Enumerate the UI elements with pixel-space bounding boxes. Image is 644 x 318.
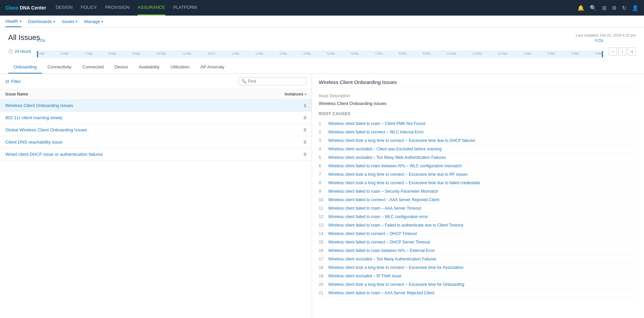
timeline-tick: 10/22 bbox=[208, 52, 215, 55]
settings-icon[interactable]: ⚙ bbox=[612, 5, 617, 11]
timeline-tick: 9:00p bbox=[133, 52, 140, 55]
root-cause-text[interactable]: Wireless client failed to connect – DHCP… bbox=[328, 231, 417, 236]
timeline-tick: 2:00p bbox=[547, 52, 555, 55]
root-cause-text[interactable]: Wireless client failed to roam between A… bbox=[328, 164, 462, 168]
cisco-label: Cisco bbox=[5, 5, 18, 10]
root-cause-text[interactable]: Wireless client excluded – Too Many Auth… bbox=[328, 257, 436, 261]
root-cause-number: 19 bbox=[319, 274, 326, 278]
root-causes-list: 1Wireless client failed to roam – Client… bbox=[319, 120, 637, 297]
page-title: All Issues bbox=[8, 33, 40, 42]
root-cause-text[interactable]: Wireless client failed to connect – WLC … bbox=[328, 130, 424, 134]
timeline-tick: 4:00a bbox=[303, 52, 311, 55]
table-row[interactable]: Wireless Client Onboarding Issues1 bbox=[0, 100, 312, 112]
find-input[interactable] bbox=[248, 79, 302, 84]
tab-utilization[interactable]: Utilization bbox=[165, 61, 195, 73]
nav-assurance[interactable]: ASSURANCE bbox=[138, 0, 165, 16]
time-range-label[interactable]: 🕐 24 Hours bbox=[8, 49, 31, 54]
root-cause-text[interactable]: Wireless client failed to roam – Failed … bbox=[328, 223, 463, 228]
table-row[interactable]: Global Wireless Client Onboarding Issues… bbox=[0, 124, 312, 136]
manage-chevron-icon: ▾ bbox=[101, 20, 103, 23]
timeline-tick: 4:00p bbox=[595, 52, 603, 55]
health-chevron-icon: ▾ bbox=[20, 19, 21, 23]
timeline-bar[interactable]: 5:00p6:00p7:00p8:00p9:00p10:00p11:00p10/… bbox=[37, 51, 603, 58]
timeline-forward-button[interactable]: › bbox=[618, 47, 626, 56]
root-cause-text[interactable]: Wireless client failed to roam – WLC con… bbox=[328, 214, 428, 219]
issue-name-cell: Wireless Client Onboarding Issues bbox=[0, 100, 240, 112]
issues-panel: ⊟ Filter 🔍 Issue Name Instances ▾ Wirele… bbox=[0, 74, 312, 318]
issue-name-cell: Global Wireless Client Onboarding Issues bbox=[0, 124, 240, 136]
issue-name-link[interactable]: Global Wireless Client Onboarding Issues bbox=[5, 127, 87, 132]
table-row[interactable]: 802.11r client roaming slowly0 bbox=[0, 112, 312, 124]
find-input-wrapper[interactable]: 🔍 bbox=[238, 77, 306, 85]
timeline-tick: 10:00p bbox=[156, 52, 166, 55]
root-cause-text[interactable]: Wireless client failed to roam between A… bbox=[328, 248, 435, 253]
nav-provision[interactable]: PROVISION bbox=[105, 0, 130, 16]
table-row[interactable]: Wired client DHCP issue or authenticatio… bbox=[0, 148, 312, 161]
root-cause-item: 13Wireless client failed to roam – Faile… bbox=[319, 221, 637, 230]
timeline-back-button[interactable]: ‹ bbox=[609, 47, 617, 56]
col-instances[interactable]: Instances ▾ bbox=[240, 89, 312, 100]
tab-connected[interactable]: Connected bbox=[77, 61, 109, 73]
sub-nav-dashboards[interactable]: Dashboards ▾ bbox=[28, 16, 55, 27]
root-cause-text[interactable]: Wireless client failed to roam – AAA Ser… bbox=[328, 206, 421, 211]
timeline-tick: 3:00a bbox=[279, 52, 287, 55]
root-cause-text[interactable]: Wireless client failed to connect – DHCP… bbox=[328, 240, 430, 245]
root-cause-number: 11 bbox=[319, 206, 326, 211]
nav-platform[interactable]: PLATFORM bbox=[173, 0, 197, 16]
col-issue-name: Issue Name bbox=[0, 89, 240, 100]
tab-device[interactable]: Device bbox=[109, 61, 134, 73]
dashboards-chevron-icon: ▾ bbox=[53, 20, 55, 23]
alert-icon[interactable]: 🔔 bbox=[578, 5, 584, 11]
timeline-nav: ‹ › ›| bbox=[609, 47, 636, 56]
issue-name-link[interactable]: Wired client DHCP issue or authenticatio… bbox=[5, 152, 103, 157]
root-cause-text[interactable]: Wireless client excluded – Too Many Web … bbox=[328, 155, 446, 160]
nav-design[interactable]: DESIGN bbox=[56, 0, 73, 16]
root-cause-text[interactable]: Wireless client failed to roam – AAA Ser… bbox=[328, 291, 434, 295]
dna-label: DNA Center bbox=[20, 5, 46, 10]
sub-nav-issues[interactable]: Issues ▾ bbox=[62, 16, 78, 27]
filter-button[interactable]: ⊟ Filter bbox=[5, 79, 21, 84]
table-row[interactable]: Client DNS reachability issue0 bbox=[0, 136, 312, 148]
issue-name-link[interactable]: 802.11r client roaming slowly bbox=[5, 115, 62, 120]
root-cause-text[interactable]: Wireless client failed to connect – AAA … bbox=[328, 197, 440, 202]
root-cause-text[interactable]: Wireless client took a long time to conn… bbox=[328, 181, 480, 185]
root-cause-number: 13 bbox=[319, 223, 326, 228]
root-cause-text[interactable]: Wireless client took a long time to conn… bbox=[328, 172, 468, 177]
timeline-container[interactable]: 4:22p 4:22p 5:00p6:00p7:00p8:00p9:00p10:… bbox=[37, 45, 603, 58]
root-cause-number: 8 bbox=[319, 181, 326, 185]
issue-name-link[interactable]: Client DNS reachability issue bbox=[5, 140, 62, 145]
root-cause-text[interactable]: Wireless client took a long time to conn… bbox=[328, 282, 464, 287]
tab-ap-anomaly[interactable]: AP Anomaly bbox=[195, 61, 230, 73]
root-cause-text[interactable]: Wireless client took a long time to conn… bbox=[328, 138, 475, 143]
refresh-icon[interactable]: ↻ bbox=[622, 5, 626, 11]
sub-nav-health[interactable]: Health ▾ bbox=[5, 16, 21, 27]
timeline-tick: 9:00a bbox=[423, 52, 431, 55]
search-icon[interactable]: 🔍 bbox=[590, 5, 597, 11]
root-cause-item: 4Wireless client excluded – Client was E… bbox=[319, 145, 637, 153]
sub-nav-manage[interactable]: Manage ▾ bbox=[84, 16, 103, 27]
root-cause-number: 6 bbox=[319, 164, 326, 168]
root-cause-text[interactable]: Wireless client failed to roam – Client … bbox=[328, 121, 425, 126]
tab-availability[interactable]: Availability bbox=[133, 61, 165, 73]
tab-connectivity[interactable]: Connectivity bbox=[42, 61, 77, 73]
grid-icon[interactable]: ⊞ bbox=[602, 5, 606, 11]
issue-instances-cell: 0 bbox=[240, 124, 312, 136]
issues-table: Issue Name Instances ▾ Wireless Client O… bbox=[0, 89, 312, 161]
user-icon[interactable]: 👤 bbox=[632, 5, 639, 11]
root-cause-item: 3Wireless client took a long time to con… bbox=[319, 136, 637, 145]
root-cause-number: 16 bbox=[319, 248, 326, 253]
timeline-ticks: 5:00p6:00p7:00p8:00p9:00p10:00p11:00p10/… bbox=[37, 52, 603, 55]
last-updated-label: Last Updated: Oct 22, 2019 4:22 pm bbox=[576, 33, 636, 37]
timeline-section: 🕐 24 Hours 4:22p 4:22p 5:00p6:00p7:00p8:… bbox=[0, 45, 644, 58]
issue-name-link[interactable]: Wireless Client Onboarding Issues bbox=[5, 103, 73, 108]
root-cause-text[interactable]: Wireless client took a long time to conn… bbox=[328, 265, 464, 270]
nav-policy[interactable]: POLICY bbox=[81, 0, 97, 16]
root-cause-text[interactable]: Wireless client excluded – IP Theft Issu… bbox=[328, 274, 402, 278]
root-cause-text[interactable]: Wireless client failed to roam – Securit… bbox=[328, 189, 438, 194]
root-cause-number: 7 bbox=[319, 172, 326, 177]
root-cause-text[interactable]: Wireless client excluded – Client was Ex… bbox=[328, 147, 442, 151]
timeline-end-button[interactable]: ›| bbox=[628, 47, 636, 56]
issues-table-header: Issue Name Instances ▾ bbox=[0, 89, 312, 100]
timeline-tick: 10:00a bbox=[447, 52, 456, 55]
tab-onboarding[interactable]: Onboarding bbox=[8, 61, 42, 73]
